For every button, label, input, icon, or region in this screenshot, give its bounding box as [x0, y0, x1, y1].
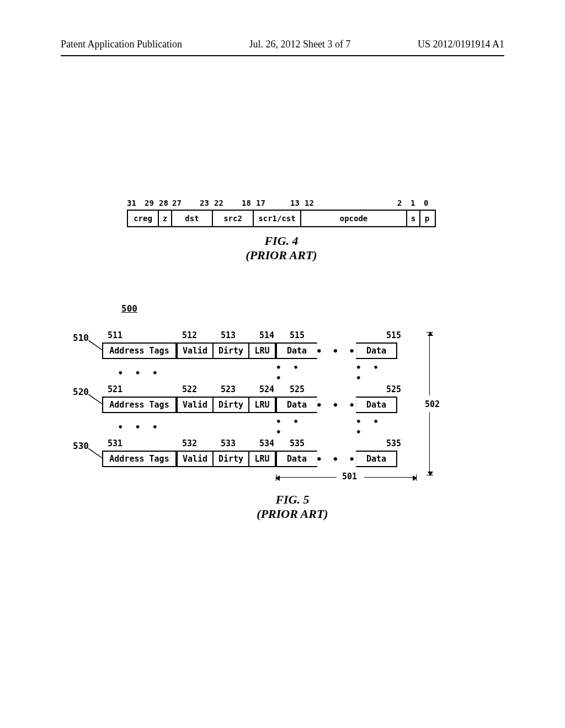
- cell-dirty: Dirty: [212, 397, 248, 413]
- bit-label: 0: [424, 199, 428, 207]
- bit-label: 12: [305, 199, 314, 207]
- arrow-up-icon: [429, 332, 430, 395]
- fig4: 31 29 28 27 23 22 18 17 13 12 2 1 0 creg…: [127, 199, 436, 263]
- cell-valid: Valid: [177, 397, 212, 413]
- row-pointer-520: 520: [73, 387, 89, 397]
- header-right: US 2012/0191914 A1: [418, 39, 504, 50]
- fig5-ref-500: 500: [121, 303, 475, 314]
- bit-label: 22: [214, 199, 223, 207]
- cell-data2: Data: [356, 397, 397, 413]
- header-divider: [61, 55, 504, 56]
- cache-row-510-wrap: 511 512 513 514 515 515 510 Address Tags…: [0, 330, 475, 384]
- label-501: 501: [342, 472, 357, 481]
- bracket-501-wrap: 501: [0, 472, 475, 488]
- bit-label: 13: [290, 199, 300, 207]
- bit-label: 31: [127, 199, 136, 207]
- row-pointer-530: 530: [73, 441, 89, 451]
- label-521: 521: [108, 384, 122, 394]
- row510-labels: 511 512 513 514 515 515: [0, 330, 475, 342]
- cell-data: Data: [276, 397, 317, 413]
- field-opcode: opcode: [301, 211, 407, 226]
- label-525: 525: [290, 384, 305, 394]
- page-header: Patent Application Publication Jul. 26, …: [0, 39, 565, 50]
- row520-labels: 521 522 523 524 525 525: [0, 384, 475, 397]
- label-514: 514: [259, 330, 274, 340]
- cell-valid: Valid: [177, 342, 212, 359]
- dots-icon: • • •: [317, 453, 356, 465]
- arrow-down-icon: [429, 412, 430, 475]
- fig5: 500 511 512 513 514 515 515 510 Address …: [0, 303, 475, 521]
- bit-label: 1: [411, 199, 415, 207]
- fig4-field-row: creg z dst src2 scr1/cst opcode s p: [127, 210, 436, 227]
- cell-address-tags: Address Tags: [102, 397, 177, 413]
- field-src2: src2: [213, 211, 254, 226]
- label-524: 524: [259, 384, 274, 394]
- cache-row-520-wrap: 521 522 523 524 525 525 520 Address Tags…: [0, 384, 475, 438]
- cache-row-530: Address Tags Valid Dirty LRU Data • • • …: [102, 451, 475, 467]
- cache-row-520: Address Tags Valid Dirty LRU Data • • • …: [102, 397, 475, 413]
- cell-dirty: Dirty: [212, 342, 248, 359]
- cell-address-tags: Address Tags: [102, 342, 177, 359]
- inter-dots-row: • • • • • • • • •: [102, 359, 475, 384]
- cell-lru: LRU: [248, 397, 276, 413]
- cell-data2: Data: [356, 451, 397, 467]
- dots-icon: • • •: [317, 345, 356, 357]
- cell-data: Data: [276, 451, 317, 467]
- fig5-caption-line2: (PRIOR ART): [110, 507, 475, 521]
- field-creg: creg: [128, 211, 159, 226]
- field-p: p: [420, 211, 434, 226]
- fig5-caption: FIG. 5 (PRIOR ART): [110, 493, 475, 521]
- dots-icon: • • •: [356, 359, 397, 384]
- label-522: 522: [182, 384, 197, 394]
- field-s: s: [407, 211, 420, 226]
- cell-address-tags: Address Tags: [102, 451, 177, 467]
- cell-data2: Data: [356, 342, 397, 359]
- dots-icon: • • •: [276, 413, 317, 438]
- fig4-bit-labels: 31 29 28 27 23 22 18 17 13 12 2 1 0: [127, 199, 436, 208]
- fig4-caption-line2: (PRIOR ART): [127, 248, 436, 263]
- label-532: 532: [182, 438, 197, 448]
- bit-label: 18: [242, 199, 251, 207]
- fig5-caption-line1: FIG. 5: [110, 493, 475, 507]
- inter-dots-row: • • • • • • • • •: [102, 413, 475, 438]
- bit-label: 29: [145, 199, 154, 207]
- fig4-caption: FIG. 4 (PRIOR ART): [127, 234, 436, 263]
- dots-icon: • • •: [102, 413, 177, 438]
- label-515: 515: [290, 330, 305, 340]
- bit-label: 17: [256, 199, 265, 207]
- bit-label: 28: [159, 199, 168, 207]
- svg-line-0: [88, 340, 103, 350]
- label-535b: 535: [386, 438, 401, 448]
- cell-valid: Valid: [177, 451, 212, 467]
- cell-dirty: Dirty: [212, 451, 248, 467]
- dots-icon: • • •: [276, 359, 317, 384]
- cell-lru: LRU: [248, 451, 276, 467]
- bit-label: 27: [172, 199, 182, 207]
- fig4-caption-line1: FIG. 4: [127, 234, 436, 248]
- arrow-left-icon: [276, 477, 337, 478]
- svg-line-1: [88, 394, 103, 404]
- header-left: Patent Application Publication: [61, 39, 182, 50]
- cell-lru: LRU: [248, 342, 276, 359]
- bit-label: 23: [200, 199, 209, 207]
- label-511: 511: [108, 330, 122, 340]
- label-534: 534: [259, 438, 274, 448]
- field-dst: dst: [172, 211, 213, 226]
- cache-row-530-wrap: 531 532 533 534 535 535 530 Address Tags…: [0, 438, 475, 467]
- svg-line-2: [88, 448, 103, 458]
- label-523: 523: [221, 384, 236, 394]
- label-502: 502: [425, 399, 440, 409]
- label-515b: 515: [386, 330, 401, 340]
- dots-icon: • • •: [102, 359, 177, 384]
- row530-labels: 531 532 533 534 535 535: [0, 438, 475, 451]
- label-512: 512: [182, 330, 197, 340]
- field-z: z: [159, 211, 172, 226]
- row-pointer-510: 510: [73, 333, 89, 343]
- field-scr1cst: scr1/cst: [254, 211, 301, 226]
- label-513: 513: [221, 330, 236, 340]
- label-535: 535: [290, 438, 305, 448]
- bit-label: 2: [397, 199, 402, 207]
- header-center: Jul. 26, 2012 Sheet 3 of 7: [249, 39, 350, 50]
- cell-data: Data: [276, 342, 317, 359]
- cache-row-510: Address Tags Valid Dirty LRU Data • • • …: [102, 342, 475, 359]
